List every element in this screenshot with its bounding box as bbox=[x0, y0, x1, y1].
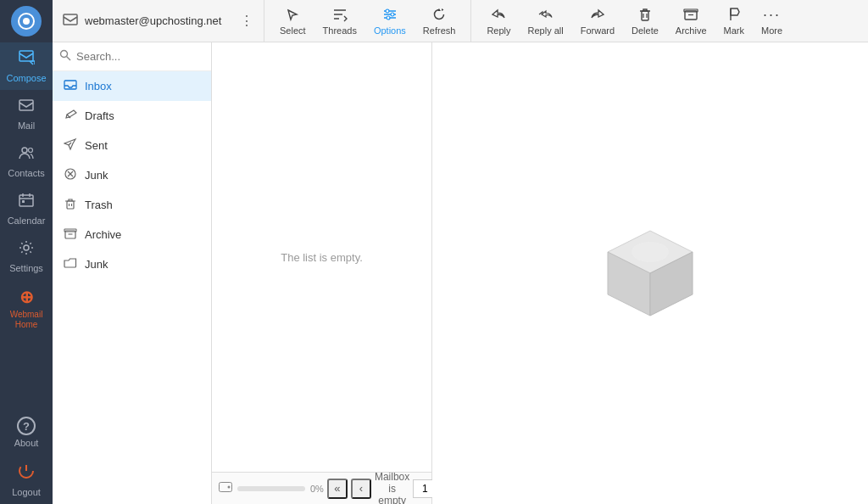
logo-icon bbox=[11, 6, 42, 36]
sidebar-item-contacts-label: Contacts bbox=[8, 168, 44, 178]
sidebar-item-calendar-label: Calendar bbox=[8, 216, 46, 226]
folder-trash-label: Trash bbox=[85, 199, 113, 211]
junk-icon bbox=[63, 167, 78, 183]
archive-icon bbox=[683, 7, 698, 24]
pager-status: Mailbox is empty bbox=[375, 471, 409, 505]
sidebar-item-mail[interactable]: Mail bbox=[0, 90, 53, 137]
svg-rect-33 bbox=[67, 201, 74, 209]
sidebar-item-webmail-label: Webmail Home bbox=[3, 310, 49, 330]
svg-point-1 bbox=[23, 18, 30, 25]
progress-bar-track bbox=[237, 486, 305, 491]
webmail-home-icon: ⊕ bbox=[19, 287, 34, 307]
select-label: Select bbox=[280, 25, 306, 36]
hdd-icon bbox=[219, 482, 232, 495]
sidebar-item-compose-label: Compose bbox=[6, 73, 46, 83]
sidebar-item-webmail-home[interactable]: ⊕ Webmail Home bbox=[0, 280, 53, 337]
archive-folder-icon bbox=[63, 227, 78, 243]
archive-button[interactable]: Archive bbox=[667, 3, 715, 39]
svg-rect-11 bbox=[64, 14, 77, 25]
delete-icon bbox=[637, 7, 653, 24]
svg-point-15 bbox=[386, 9, 389, 13]
select-icon bbox=[285, 7, 300, 24]
inbox-icon bbox=[63, 78, 78, 94]
logout-icon bbox=[17, 462, 36, 484]
folder-item-junk2[interactable]: Junk bbox=[53, 249, 211, 279]
threads-icon bbox=[332, 7, 348, 24]
reply-all-label: Reply all bbox=[528, 25, 564, 36]
sidebar-nav: Compose Mail Contacts bbox=[0, 0, 53, 504]
sidebar-item-contacts[interactable]: Contacts bbox=[0, 137, 53, 185]
empty-message: The list is empty. bbox=[281, 251, 363, 264]
folder-junk1-label: Junk bbox=[85, 169, 108, 182]
folder-item-drafts[interactable]: Drafts bbox=[53, 101, 211, 131]
svg-line-29 bbox=[69, 143, 71, 145]
sidebar-item-settings-label: Settings bbox=[9, 263, 43, 273]
sidebar-item-logout-label: Logout bbox=[12, 487, 41, 497]
mail-icon bbox=[18, 97, 35, 118]
svg-point-40 bbox=[228, 486, 231, 489]
folder-sent-label: Sent bbox=[85, 139, 108, 152]
sidebar-item-about[interactable]: ? About bbox=[0, 410, 53, 455]
folder-drafts-label: Drafts bbox=[85, 109, 114, 122]
options-button[interactable]: Options bbox=[365, 3, 415, 39]
svg-point-44 bbox=[632, 242, 669, 262]
svg-rect-6 bbox=[19, 195, 33, 206]
reply-all-button[interactable]: Reply all bbox=[520, 3, 572, 39]
empty-state-graphic bbox=[582, 205, 718, 341]
refresh-icon bbox=[431, 7, 447, 24]
email-list-pane: The list is empty. 0% « bbox=[212, 42, 432, 504]
account-email: webmaster@upchosting.net bbox=[85, 14, 233, 27]
email-list-footer: 0% « ‹ Mailbox is empty › » bbox=[212, 472, 431, 504]
reply-button[interactable]: Reply bbox=[478, 3, 519, 39]
email-list-empty: The list is empty. bbox=[212, 42, 431, 472]
settings-icon bbox=[18, 239, 35, 260]
account-icon bbox=[63, 12, 78, 30]
folder-inbox-label: Inbox bbox=[85, 80, 112, 92]
forward-button[interactable]: Forward bbox=[572, 3, 623, 39]
svg-line-26 bbox=[67, 57, 71, 61]
svg-rect-7 bbox=[22, 200, 25, 203]
sidebar-item-about-label: About bbox=[14, 438, 39, 448]
drafts-icon bbox=[63, 108, 78, 124]
more-button[interactable]: ··· More bbox=[753, 3, 791, 39]
mark-button[interactable]: Mark bbox=[715, 3, 753, 39]
search-bar: ▼ bbox=[53, 42, 211, 71]
empty-illustration bbox=[582, 205, 718, 341]
more-icon: ··· bbox=[763, 6, 781, 24]
folder-item-sent[interactable]: Sent bbox=[53, 131, 211, 160]
folder-item-trash[interactable]: Trash bbox=[53, 190, 211, 220]
sidebar-item-compose[interactable]: Compose bbox=[0, 42, 53, 90]
svg-point-17 bbox=[387, 16, 390, 20]
prev-page-button[interactable]: ‹ bbox=[351, 479, 371, 499]
sidebar-item-logout[interactable]: Logout bbox=[0, 455, 53, 504]
folder-item-archive[interactable]: Archive bbox=[53, 220, 211, 249]
svg-point-8 bbox=[24, 245, 29, 250]
threads-button[interactable]: Threads bbox=[314, 3, 365, 39]
forward-label: Forward bbox=[581, 25, 615, 36]
forward-icon bbox=[590, 7, 605, 24]
refresh-button[interactable]: Refresh bbox=[415, 3, 465, 39]
folder-item-junk1[interactable]: Junk bbox=[53, 160, 211, 190]
svg-point-4 bbox=[22, 148, 27, 153]
svg-rect-18 bbox=[642, 11, 648, 20]
reply-label: Reply bbox=[487, 25, 510, 36]
body-area: ▼ Inbox bbox=[53, 42, 868, 504]
search-input[interactable] bbox=[76, 50, 219, 63]
sidebar-item-mail-label: Mail bbox=[18, 120, 35, 131]
folder-sidebar: ▼ Inbox bbox=[53, 42, 212, 504]
more-label: More bbox=[761, 25, 782, 36]
select-button[interactable]: Select bbox=[271, 3, 314, 39]
folder-junk2-label: Junk bbox=[85, 258, 108, 271]
folder-item-inbox[interactable]: Inbox bbox=[53, 71, 211, 101]
sidebar-item-settings[interactable]: Settings bbox=[0, 232, 53, 280]
app-logo bbox=[0, 0, 53, 42]
first-page-button[interactable]: « bbox=[327, 479, 348, 499]
options-label: Options bbox=[374, 25, 406, 36]
reply-icon bbox=[491, 7, 506, 24]
account-menu-icon[interactable]: ⋮ bbox=[240, 13, 253, 29]
compose-icon bbox=[18, 49, 35, 70]
sidebar-item-calendar[interactable]: Calendar bbox=[0, 185, 53, 232]
delete-button[interactable]: Delete bbox=[623, 3, 667, 39]
refresh-label: Refresh bbox=[423, 25, 456, 36]
delete-label: Delete bbox=[632, 25, 659, 36]
